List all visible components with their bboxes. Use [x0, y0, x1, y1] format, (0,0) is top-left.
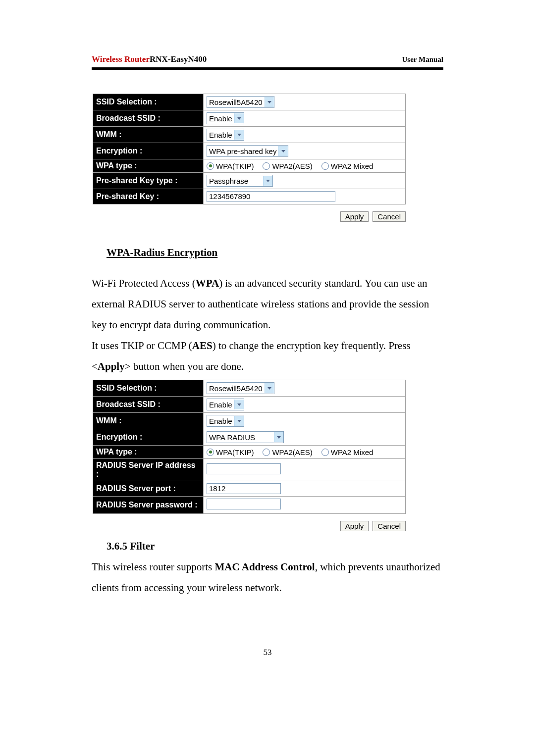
chevron-down-icon: [234, 400, 244, 409]
apply-button[interactable]: Apply: [340, 521, 369, 531]
radio-wpa2-mixed[interactable]: WPA2 Mixed: [321, 162, 374, 170]
row-value: 1812: [204, 481, 406, 497]
radius-port-input[interactable]: 1812: [207, 483, 281, 494]
chevron-down-icon: [274, 432, 283, 442]
row-label: WMM :: [93, 413, 204, 429]
row-label: SSID Selection :: [93, 380, 204, 397]
encryption-select[interactable]: WPA pre-shared key: [207, 145, 288, 157]
header-right: User Manual: [402, 55, 443, 64]
row-value: Enable: [204, 413, 406, 429]
encryption-select[interactable]: WPA RADIUS: [207, 431, 284, 443]
radio-icon: [263, 449, 270, 456]
broadcast-select[interactable]: Enable: [207, 399, 244, 410]
psk-type-select[interactable]: Passphrase: [207, 175, 273, 187]
ssid-select[interactable]: Rosewill5A5420: [207, 382, 274, 394]
ssid-select[interactable]: Rosewill5A5420: [207, 96, 274, 108]
radio-wpa-tkip[interactable]: WPA(TKIP): [207, 448, 254, 456]
text-bold: AES: [192, 340, 213, 352]
chevron-down-icon: [234, 113, 244, 123]
row-label: SSID Selection :: [93, 94, 204, 110]
body-paragraph: This wireless router supports MAC Addres…: [92, 556, 443, 598]
row-label: WPA type :: [93, 446, 204, 459]
body-paragraph: It uses TKIP or CCMP (AES) to change the…: [92, 335, 443, 377]
wmm-select[interactable]: Enable: [207, 415, 244, 427]
select-value: WPA RADIUS: [209, 433, 274, 442]
chevron-down-icon: [234, 130, 244, 140]
row-value: WPA RADIUS: [204, 429, 406, 446]
body-paragraph: Wi-Fi Protected Access (WPA) is an advan…: [92, 273, 443, 335]
radio-wpa2-aes[interactable]: WPA2(AES): [263, 448, 312, 456]
radius-password-input[interactable]: [207, 499, 281, 509]
psk-input[interactable]: 1234567890: [207, 191, 335, 202]
apply-button[interactable]: Apply: [340, 211, 369, 222]
select-value: Passphrase: [209, 177, 263, 185]
config-table-radius: SSID Selection : Rosewill5A5420 Broadcas…: [93, 380, 406, 514]
radio-label: WPA2 Mixed: [331, 162, 374, 170]
radio-label: WPA2(AES): [272, 448, 312, 456]
radio-wpa2-mixed[interactable]: WPA2 Mixed: [321, 448, 374, 456]
button-row: Apply Cancel: [93, 521, 406, 531]
select-value: Enable: [209, 401, 234, 409]
chevron-down-icon: [234, 416, 244, 426]
page-number: 53: [92, 648, 443, 657]
row-label: RADIUS Server password :: [93, 497, 204, 514]
row-value: Rosewill5A5420: [204, 94, 406, 110]
cancel-button[interactable]: Cancel: [373, 521, 406, 531]
radio-wpa2-aes[interactable]: WPA2(AES): [263, 162, 312, 170]
row-label: Broadcast SSID :: [93, 110, 204, 127]
chevron-down-icon: [278, 146, 288, 156]
row-value: Enable: [204, 397, 406, 413]
row-value: Rosewill5A5420: [204, 380, 406, 397]
section-heading-wpa-radius: WPA-Radius Encryption: [107, 247, 443, 259]
select-value: Rosewill5A5420: [209, 98, 265, 106]
select-value: WPA pre-shared key: [209, 147, 278, 155]
cancel-button[interactable]: Cancel: [373, 211, 406, 222]
radio-icon: [321, 162, 329, 170]
row-label: WPA type :: [93, 159, 204, 173]
header-left: Wireless RouterRNX-EasyN400: [92, 54, 207, 64]
row-label: Pre-shared Key type :: [93, 173, 204, 189]
chevron-down-icon: [265, 97, 274, 107]
row-value: [204, 459, 406, 481]
radio-label: WPA(TKIP): [216, 162, 254, 170]
row-value: WPA pre-shared key: [204, 143, 406, 159]
radio-wpa-tkip[interactable]: WPA(TKIP): [207, 162, 254, 170]
page-header: Wireless RouterRNX-EasyN400 User Manual: [92, 54, 443, 67]
config-table-psk: SSID Selection : Rosewill5A5420 Broadcas…: [93, 94, 406, 204]
model-text: RNX-EasyN400: [150, 54, 207, 64]
header-rule: [92, 67, 443, 70]
select-value: Enable: [209, 131, 234, 139]
row-label: Broadcast SSID :: [93, 397, 204, 413]
row-value: Enable: [204, 110, 406, 127]
chevron-down-icon: [265, 383, 274, 393]
row-value: Passphrase: [204, 173, 406, 189]
select-value: Enable: [209, 417, 234, 425]
row-label: WMM :: [93, 127, 204, 143]
radius-ip-input[interactable]: [207, 463, 281, 474]
row-value: 1234567890: [204, 189, 406, 204]
radio-icon: [263, 162, 270, 170]
radio-icon: [207, 449, 214, 456]
row-label: Pre-shared Key :: [93, 189, 204, 204]
row-label: Encryption :: [93, 429, 204, 446]
text: Wi-Fi Protected Access (: [92, 277, 196, 289]
brand-text: Wireless Router: [92, 54, 150, 64]
row-value: WPA(TKIP) WPA2(AES) WPA2 Mixed: [204, 446, 406, 459]
row-value: [204, 497, 406, 514]
wmm-select[interactable]: Enable: [207, 129, 244, 141]
radio-label: WPA(TKIP): [216, 448, 254, 456]
broadcast-select[interactable]: Enable: [207, 112, 244, 124]
row-value: Enable: [204, 127, 406, 143]
text: It uses TKIP or CCMP (: [92, 340, 192, 352]
text-bold: MAC Address Control: [214, 561, 315, 573]
radio-icon: [321, 449, 329, 456]
text: This wireless router supports: [92, 561, 214, 573]
radio-label: WPA2 Mixed: [331, 448, 374, 456]
row-value: WPA(TKIP) WPA2(AES) WPA2 Mixed: [204, 159, 406, 173]
text-bold: WPA: [196, 277, 219, 289]
row-label: RADIUS Server port :: [93, 481, 204, 497]
select-value: Enable: [209, 114, 234, 123]
radio-label: WPA2(AES): [272, 162, 312, 170]
row-label: RADIUS Server IP address :: [93, 459, 204, 481]
section-heading-filter: 3.6.5 Filter: [107, 540, 443, 553]
